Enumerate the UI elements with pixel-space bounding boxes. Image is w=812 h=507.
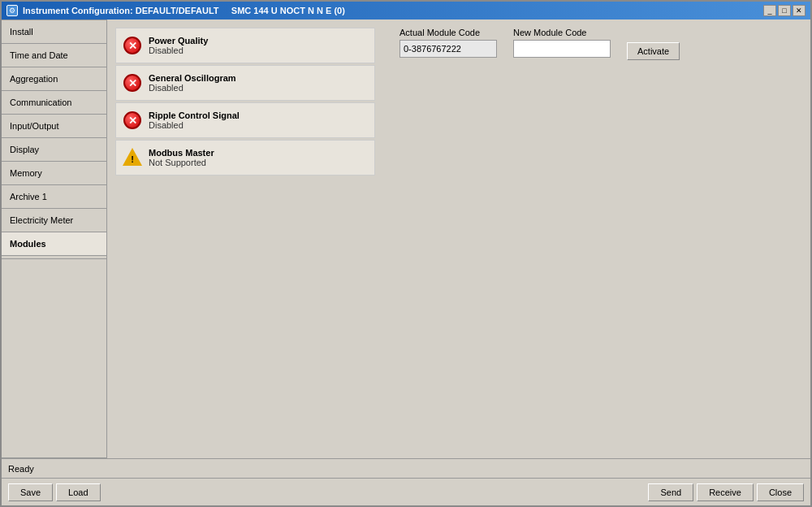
red-x-icon: ✕ (123, 37, 141, 54)
code-row: Actual Module Code New Module Code Activ… (400, 28, 680, 60)
minimize-button[interactable]: _ (763, 5, 776, 16)
module-info-power-quality: Power Quality Disabled (149, 36, 208, 55)
actual-code-input[interactable] (400, 40, 497, 58)
close-dialog-button[interactable]: Close (757, 483, 804, 501)
new-code-group: New Module Code (513, 28, 611, 58)
sidebar-bottom-panel (2, 258, 106, 458)
load-button[interactable]: Load (56, 483, 100, 501)
module-status-general-oscillogram: Disabled (149, 83, 236, 93)
sidebar-item-communication[interactable]: Communication (2, 90, 106, 115)
status-bar: Ready (2, 458, 810, 478)
module-status-power-quality: Disabled (149, 46, 208, 55)
title-text: Instrument Configuration: DEFAULT/DEFAUL… (23, 6, 219, 15)
activate-button[interactable]: Activate (627, 42, 680, 60)
red-x-icon-2: ✕ (123, 74, 141, 92)
main-window: ⚙ Instrument Configuration: DEFAULT/DEFA… (0, 0, 812, 507)
modules-list: ✕ Power Quality Disabled ✕ General Oscil… (115, 28, 375, 450)
ripple-control-icon: ✕ (123, 110, 142, 130)
receive-button[interactable]: Receive (697, 483, 754, 501)
sidebar-item-display[interactable]: Display (2, 137, 106, 162)
sidebar-item-modules[interactable]: Modules (2, 232, 106, 256)
sidebar-item-time-and-date[interactable]: Time and Date (2, 43, 106, 67)
module-item-ripple-control[interactable]: ✕ Ripple Control Signal Disabled (115, 102, 375, 138)
subtitle-text: SMC 144 U NOCT N N E (0) (231, 6, 345, 15)
module-name-modbus-master: Modbus Master (149, 148, 214, 158)
sidebar-item-aggregation[interactable]: Aggregation (2, 67, 106, 91)
status-text: Ready (8, 464, 34, 474)
title-bar: ⚙ Instrument Configuration: DEFAULT/DEFA… (2, 2, 810, 20)
maximize-button[interactable]: □ (778, 5, 791, 16)
power-quality-icon: ✕ (123, 36, 142, 55)
module-name-power-quality: Power Quality (149, 36, 208, 46)
title-controls: _ □ ✕ (763, 5, 806, 16)
sidebar-item-install[interactable]: Install (2, 20, 106, 44)
bottom-bar: Save Load Send Receive Close (2, 478, 810, 505)
bottom-right-buttons: Send Receive Close (648, 483, 804, 501)
general-oscillogram-icon: ✕ (123, 73, 142, 93)
module-item-general-oscillogram[interactable]: ✕ General Oscillogram Disabled (115, 65, 375, 101)
module-info-modbus-master: Modbus Master Not Supported (149, 148, 214, 167)
module-status-ripple-control: Disabled (149, 120, 240, 130)
save-button[interactable]: Save (8, 483, 53, 501)
bottom-left-buttons: Save Load (8, 483, 101, 501)
module-name-general-oscillogram: General Oscillogram (149, 73, 236, 83)
new-code-input[interactable] (513, 40, 611, 58)
module-status-modbus-master: Not Supported (149, 158, 214, 167)
actual-code-label: Actual Module Code (400, 28, 497, 37)
main-content: Install Time and Date Aggregation Commun… (2, 20, 810, 458)
module-name-ripple-control: Ripple Control Signal (149, 110, 240, 120)
sidebar-item-memory[interactable]: Memory (2, 161, 106, 185)
module-item-power-quality[interactable]: ✕ Power Quality Disabled (115, 28, 375, 63)
sidebar: Install Time and Date Aggregation Commun… (2, 20, 107, 458)
sidebar-item-archive-1[interactable]: Archive 1 (2, 184, 106, 209)
sidebar-item-input-output[interactable]: Input/Output (2, 114, 106, 138)
modbus-master-icon: ! (123, 148, 142, 167)
red-x-icon-3: ✕ (123, 111, 141, 129)
send-button[interactable]: Send (648, 483, 693, 501)
content-wrapper: ✕ Power Quality Disabled ✕ General Oscil… (107, 20, 810, 458)
module-info-ripple-control: Ripple Control Signal Disabled (149, 110, 240, 130)
title-bar-left: ⚙ Instrument Configuration: DEFAULT/DEFA… (6, 5, 345, 16)
actual-code-group: Actual Module Code (400, 28, 497, 58)
sidebar-item-electricity-meter[interactable]: Electricity Meter (2, 208, 106, 232)
app-icon: ⚙ (6, 5, 18, 16)
module-info-general-oscillogram: General Oscillogram Disabled (149, 73, 236, 93)
new-code-label: New Module Code (513, 28, 611, 37)
module-item-modbus-master[interactable]: ! Modbus Master Not Supported (115, 140, 375, 176)
window-title: Instrument Configuration: DEFAULT/DEFAUL… (23, 6, 345, 15)
close-button[interactable]: ✕ (793, 5, 806, 16)
right-panel: Actual Module Code New Module Code Activ… (400, 28, 680, 450)
